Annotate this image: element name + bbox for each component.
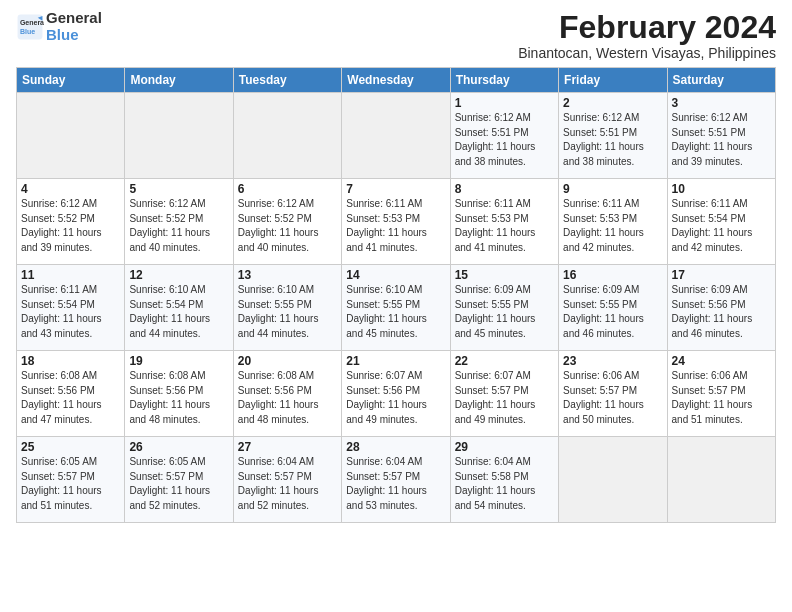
page: General Blue General Blue February 2024 … <box>0 0 792 531</box>
svg-rect-0 <box>18 14 43 39</box>
day-number: 17 <box>672 268 771 282</box>
day-number: 29 <box>455 440 554 454</box>
calendar-cell: 5Sunrise: 6:12 AMSunset: 5:52 PMDaylight… <box>125 179 233 265</box>
day-info: Sunrise: 6:12 AMSunset: 5:52 PMDaylight:… <box>21 197 120 255</box>
day-number: 13 <box>238 268 337 282</box>
calendar-cell: 10Sunrise: 6:11 AMSunset: 5:54 PMDayligh… <box>667 179 775 265</box>
day-number: 8 <box>455 182 554 196</box>
day-number: 18 <box>21 354 120 368</box>
day-info: Sunrise: 6:12 AMSunset: 5:51 PMDaylight:… <box>672 111 771 169</box>
calendar-cell: 6Sunrise: 6:12 AMSunset: 5:52 PMDaylight… <box>233 179 341 265</box>
calendar-cell: 9Sunrise: 6:11 AMSunset: 5:53 PMDaylight… <box>559 179 667 265</box>
calendar-cell: 28Sunrise: 6:04 AMSunset: 5:57 PMDayligh… <box>342 437 450 523</box>
day-info: Sunrise: 6:08 AMSunset: 5:56 PMDaylight:… <box>21 369 120 427</box>
day-info: Sunrise: 6:06 AMSunset: 5:57 PMDaylight:… <box>672 369 771 427</box>
day-info: Sunrise: 6:10 AMSunset: 5:55 PMDaylight:… <box>238 283 337 341</box>
calendar-cell <box>559 437 667 523</box>
calendar-cell: 2Sunrise: 6:12 AMSunset: 5:51 PMDaylight… <box>559 93 667 179</box>
day-info: Sunrise: 6:10 AMSunset: 5:54 PMDaylight:… <box>129 283 228 341</box>
calendar-cell <box>233 93 341 179</box>
calendar-cell: 24Sunrise: 6:06 AMSunset: 5:57 PMDayligh… <box>667 351 775 437</box>
day-number: 3 <box>672 96 771 110</box>
calendar-cell: 19Sunrise: 6:08 AMSunset: 5:56 PMDayligh… <box>125 351 233 437</box>
weekday-header-tuesday: Tuesday <box>233 68 341 93</box>
day-number: 12 <box>129 268 228 282</box>
day-info: Sunrise: 6:11 AMSunset: 5:53 PMDaylight:… <box>563 197 662 255</box>
day-number: 24 <box>672 354 771 368</box>
day-number: 7 <box>346 182 445 196</box>
day-number: 20 <box>238 354 337 368</box>
day-number: 23 <box>563 354 662 368</box>
day-number: 4 <box>21 182 120 196</box>
svg-text:Blue: Blue <box>20 28 35 35</box>
calendar-cell: 17Sunrise: 6:09 AMSunset: 5:56 PMDayligh… <box>667 265 775 351</box>
calendar-week-row: 1Sunrise: 6:12 AMSunset: 5:51 PMDaylight… <box>17 93 776 179</box>
svg-text:General: General <box>20 19 44 26</box>
day-info: Sunrise: 6:11 AMSunset: 5:54 PMDaylight:… <box>672 197 771 255</box>
day-info: Sunrise: 6:09 AMSunset: 5:56 PMDaylight:… <box>672 283 771 341</box>
calendar-cell: 12Sunrise: 6:10 AMSunset: 5:54 PMDayligh… <box>125 265 233 351</box>
weekday-header-monday: Monday <box>125 68 233 93</box>
header: General Blue General Blue February 2024 … <box>16 10 776 61</box>
day-number: 9 <box>563 182 662 196</box>
day-number: 19 <box>129 354 228 368</box>
calendar-cell: 22Sunrise: 6:07 AMSunset: 5:57 PMDayligh… <box>450 351 558 437</box>
calendar-cell: 21Sunrise: 6:07 AMSunset: 5:56 PMDayligh… <box>342 351 450 437</box>
day-number: 2 <box>563 96 662 110</box>
logo-general: General <box>46 9 102 26</box>
logo-blue: Blue <box>46 26 79 43</box>
title-area: February 2024 Binantocan, Western Visaya… <box>518 10 776 61</box>
day-info: Sunrise: 6:11 AMSunset: 5:53 PMDaylight:… <box>346 197 445 255</box>
day-info: Sunrise: 6:12 AMSunset: 5:52 PMDaylight:… <box>238 197 337 255</box>
month-title: February 2024 <box>518 10 776 45</box>
day-number: 1 <box>455 96 554 110</box>
calendar-cell: 14Sunrise: 6:10 AMSunset: 5:55 PMDayligh… <box>342 265 450 351</box>
calendar-cell: 29Sunrise: 6:04 AMSunset: 5:58 PMDayligh… <box>450 437 558 523</box>
logo-icon: General Blue <box>16 13 44 41</box>
calendar-cell: 25Sunrise: 6:05 AMSunset: 5:57 PMDayligh… <box>17 437 125 523</box>
logo: General Blue General Blue <box>16 10 102 43</box>
weekday-header-thursday: Thursday <box>450 68 558 93</box>
calendar-cell: 7Sunrise: 6:11 AMSunset: 5:53 PMDaylight… <box>342 179 450 265</box>
day-info: Sunrise: 6:09 AMSunset: 5:55 PMDaylight:… <box>563 283 662 341</box>
calendar-cell: 3Sunrise: 6:12 AMSunset: 5:51 PMDaylight… <box>667 93 775 179</box>
day-info: Sunrise: 6:12 AMSunset: 5:51 PMDaylight:… <box>455 111 554 169</box>
weekday-header-wednesday: Wednesday <box>342 68 450 93</box>
weekday-header-row: SundayMondayTuesdayWednesdayThursdayFrid… <box>17 68 776 93</box>
day-info: Sunrise: 6:11 AMSunset: 5:53 PMDaylight:… <box>455 197 554 255</box>
day-number: 15 <box>455 268 554 282</box>
calendar-cell: 4Sunrise: 6:12 AMSunset: 5:52 PMDaylight… <box>17 179 125 265</box>
day-number: 26 <box>129 440 228 454</box>
weekday-header-friday: Friday <box>559 68 667 93</box>
calendar-cell: 13Sunrise: 6:10 AMSunset: 5:55 PMDayligh… <box>233 265 341 351</box>
day-info: Sunrise: 6:10 AMSunset: 5:55 PMDaylight:… <box>346 283 445 341</box>
day-info: Sunrise: 6:08 AMSunset: 5:56 PMDaylight:… <box>238 369 337 427</box>
logo-text: General Blue <box>46 10 102 43</box>
calendar-cell: 11Sunrise: 6:11 AMSunset: 5:54 PMDayligh… <box>17 265 125 351</box>
day-info: Sunrise: 6:04 AMSunset: 5:58 PMDaylight:… <box>455 455 554 513</box>
day-info: Sunrise: 6:07 AMSunset: 5:56 PMDaylight:… <box>346 369 445 427</box>
day-info: Sunrise: 6:06 AMSunset: 5:57 PMDaylight:… <box>563 369 662 427</box>
day-info: Sunrise: 6:09 AMSunset: 5:55 PMDaylight:… <box>455 283 554 341</box>
calendar-cell: 16Sunrise: 6:09 AMSunset: 5:55 PMDayligh… <box>559 265 667 351</box>
day-info: Sunrise: 6:04 AMSunset: 5:57 PMDaylight:… <box>238 455 337 513</box>
calendar-cell <box>667 437 775 523</box>
location: Binantocan, Western Visayas, Philippines <box>518 45 776 61</box>
calendar-cell <box>342 93 450 179</box>
day-number: 16 <box>563 268 662 282</box>
calendar-week-row: 11Sunrise: 6:11 AMSunset: 5:54 PMDayligh… <box>17 265 776 351</box>
day-info: Sunrise: 6:12 AMSunset: 5:52 PMDaylight:… <box>129 197 228 255</box>
calendar-cell: 23Sunrise: 6:06 AMSunset: 5:57 PMDayligh… <box>559 351 667 437</box>
calendar-cell: 1Sunrise: 6:12 AMSunset: 5:51 PMDaylight… <box>450 93 558 179</box>
day-number: 25 <box>21 440 120 454</box>
day-info: Sunrise: 6:07 AMSunset: 5:57 PMDaylight:… <box>455 369 554 427</box>
day-number: 10 <box>672 182 771 196</box>
day-info: Sunrise: 6:05 AMSunset: 5:57 PMDaylight:… <box>129 455 228 513</box>
day-info: Sunrise: 6:04 AMSunset: 5:57 PMDaylight:… <box>346 455 445 513</box>
day-info: Sunrise: 6:08 AMSunset: 5:56 PMDaylight:… <box>129 369 228 427</box>
day-number: 27 <box>238 440 337 454</box>
calendar-week-row: 4Sunrise: 6:12 AMSunset: 5:52 PMDaylight… <box>17 179 776 265</box>
weekday-header-sunday: Sunday <box>17 68 125 93</box>
calendar-cell <box>17 93 125 179</box>
calendar-cell: 26Sunrise: 6:05 AMSunset: 5:57 PMDayligh… <box>125 437 233 523</box>
